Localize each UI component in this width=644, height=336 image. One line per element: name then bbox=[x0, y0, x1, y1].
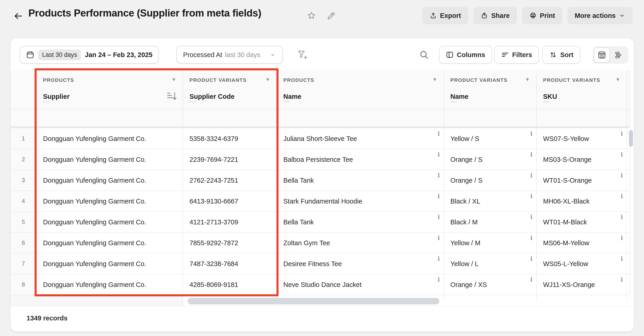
column-header-sku[interactable]: PRODUCT VARIANTS ▼ SKU bbox=[537, 70, 627, 109]
cell-supplier-code[interactable]: 2762-2243-7251 bbox=[183, 170, 277, 191]
cell-supplier-code[interactable]: 7487-3238-7684 bbox=[183, 253, 277, 274]
filter-cell-sku[interactable] bbox=[537, 110, 627, 126]
info-icon[interactable]: i bbox=[438, 172, 440, 178]
export-button[interactable]: Export bbox=[422, 7, 468, 24]
cell-text: Dongguan Yufengling Garment Co. bbox=[43, 239, 146, 247]
column-menu-caret-icon[interactable]: ▼ bbox=[172, 77, 176, 82]
column-menu-caret-icon[interactable]: ▼ bbox=[616, 77, 620, 82]
cell-supplier[interactable]: Dongguan Yufengling Garment Co. bbox=[36, 212, 183, 232]
cell-supplier[interactable]: Dongguan Yufengling Garment Co. bbox=[36, 191, 183, 211]
info-icon[interactable]: i bbox=[621, 214, 623, 220]
info-icon[interactable]: i bbox=[530, 151, 532, 157]
cell-variant-name[interactable]: Orange / Si bbox=[444, 170, 537, 191]
column-header-variant-name[interactable]: PRODUCT VARIANTS ▼ Name bbox=[444, 70, 537, 109]
vertical-scrollbar[interactable] bbox=[629, 130, 633, 147]
info-icon[interactable]: i bbox=[438, 214, 440, 220]
cell-variant-name[interactable]: Yellow / Mi bbox=[444, 233, 537, 253]
cell-product-name[interactable]: Neve Studio Dance Jacketi bbox=[277, 274, 444, 295]
cell-variant-name[interactable]: Yellow / Si bbox=[444, 128, 537, 149]
cell-supplier-code[interactable]: 4121-2713-3709 bbox=[183, 212, 277, 232]
info-icon[interactable]: i bbox=[438, 277, 440, 283]
info-icon[interactable]: i bbox=[530, 214, 532, 220]
cell-variant-name[interactable]: Orange / XSi bbox=[444, 274, 537, 295]
cell-product-name[interactable]: Balboa Persistence Teei bbox=[277, 149, 444, 170]
cell-sku[interactable]: MH06-XL-Blacki bbox=[537, 191, 627, 211]
cell-supplier[interactable]: Dongguan Yufengling Garment Co. bbox=[36, 274, 183, 295]
info-icon[interactable]: i bbox=[621, 172, 623, 178]
filters-button[interactable]: Filters bbox=[494, 46, 539, 64]
cell-sku[interactable]: WT01-S-Orangei bbox=[537, 170, 627, 191]
cell-sku[interactable]: WJ11-XS-Orangei bbox=[537, 274, 627, 295]
info-icon[interactable]: i bbox=[438, 235, 440, 241]
cell-product-name[interactable]: Bella Tanki bbox=[277, 170, 444, 191]
info-icon[interactable]: i bbox=[530, 256, 532, 262]
filter-cell-supplier[interactable] bbox=[36, 110, 183, 126]
cell-sku[interactable]: WS05-L-Yellowi bbox=[537, 253, 627, 274]
table-view-toggle[interactable] bbox=[594, 47, 610, 63]
column-menu-caret-icon[interactable]: ▼ bbox=[432, 77, 437, 82]
info-icon[interactable]: i bbox=[621, 151, 623, 157]
cell-product-name[interactable]: Bella Tanki bbox=[277, 212, 444, 232]
share-button[interactable]: Share bbox=[473, 7, 517, 24]
cell-product-name[interactable]: Zoltan Gym Teei bbox=[277, 233, 444, 253]
info-icon[interactable]: i bbox=[621, 235, 623, 241]
date-range-picker[interactable]: Last 30 days Jan 24 – Feb 23, 2025 bbox=[20, 46, 159, 64]
back-button[interactable] bbox=[13, 11, 24, 22]
filter-cell-variant-name[interactable] bbox=[444, 110, 537, 126]
filter-cell-product-name[interactable] bbox=[277, 110, 444, 126]
cell-supplier[interactable]: Dongguan Yufengling Garment Co. bbox=[36, 128, 183, 149]
cell-product-name[interactable]: Desiree Fitness Teei bbox=[277, 253, 444, 274]
print-button[interactable]: Print bbox=[522, 7, 562, 24]
info-icon[interactable]: i bbox=[530, 131, 532, 137]
cell-supplier[interactable]: Dongguan Yufengling Garment Co. bbox=[36, 253, 183, 274]
info-icon[interactable]: i bbox=[621, 256, 623, 262]
cell-sku[interactable]: MS06-M-Yellowi bbox=[537, 233, 627, 253]
rename-button[interactable] bbox=[326, 11, 335, 20]
cell-variant-name[interactable]: Black / XLi bbox=[444, 191, 537, 211]
record-view-toggle[interactable] bbox=[610, 47, 626, 63]
cell-sku[interactable]: MS03-S-Orangei bbox=[537, 149, 627, 170]
cell-supplier-code[interactable]: 7855-9292-7872 bbox=[183, 233, 277, 253]
cell-supplier-code[interactable]: 5358-3324-6379 bbox=[183, 128, 277, 149]
cell-supplier-code[interactable]: 4285-8069-9181 bbox=[183, 274, 277, 295]
cell-product-name[interactable]: Juliana Short-Sleeve Teei bbox=[277, 128, 444, 149]
cell-supplier-code[interactable]: 2239-7694-7221 bbox=[183, 149, 277, 170]
info-icon[interactable]: i bbox=[621, 131, 623, 137]
info-icon[interactable]: i bbox=[530, 235, 532, 241]
cell-sku[interactable]: WT01-M-Blacki bbox=[537, 212, 627, 232]
column-menu-caret-icon[interactable]: ▼ bbox=[525, 77, 530, 82]
info-icon[interactable]: i bbox=[621, 277, 623, 283]
horizontal-scrollbar[interactable] bbox=[188, 298, 440, 304]
info-icon[interactable]: i bbox=[530, 172, 532, 178]
processed-at-field: Processed At bbox=[183, 51, 222, 59]
columns-button[interactable]: Columns bbox=[439, 46, 492, 64]
add-filter-button[interactable] bbox=[297, 50, 308, 60]
info-icon[interactable]: i bbox=[438, 151, 440, 157]
info-icon[interactable]: i bbox=[438, 256, 440, 262]
column-header-supplier-code[interactable]: PRODUCT VARIANTS ▼ Supplier Code bbox=[183, 70, 277, 109]
processed-at-select[interactable]: Processed At last 30 days bbox=[176, 46, 283, 64]
cell-variant-name[interactable]: Yellow / Li bbox=[444, 253, 537, 274]
cell-supplier[interactable]: Dongguan Yufengling Garment Co. bbox=[36, 149, 183, 170]
info-icon[interactable]: i bbox=[530, 277, 532, 283]
filter-cell-supplier-code[interactable] bbox=[183, 110, 277, 126]
cell-sku[interactable]: WS07-S-Yellowi bbox=[537, 128, 627, 149]
search-button[interactable] bbox=[419, 50, 429, 60]
more-actions-button[interactable]: More actions bbox=[567, 7, 632, 24]
cell-variant-name[interactable]: Black / Mi bbox=[444, 212, 537, 232]
cell-supplier[interactable]: Dongguan Yufengling Garment Co. bbox=[36, 233, 183, 253]
cell-product-name[interactable]: Stark Fundamental Hoodiei bbox=[277, 191, 444, 211]
cell-supplier[interactable]: Dongguan Yufengling Garment Co. bbox=[36, 170, 183, 191]
cell-variant-name[interactable]: Orange / Si bbox=[444, 149, 537, 170]
cell-supplier-code[interactable]: 6413-9130-6667 bbox=[183, 191, 277, 211]
info-icon[interactable]: i bbox=[621, 193, 623, 199]
column-header-product-name[interactable]: PRODUCTS ▼ Name bbox=[277, 70, 444, 109]
column-menu-caret-icon[interactable]: ▼ bbox=[265, 77, 270, 82]
info-icon[interactable]: i bbox=[438, 131, 440, 137]
info-icon[interactable]: i bbox=[530, 193, 532, 199]
column-header-supplier[interactable]: PRODUCTS ▼ Supplier bbox=[36, 70, 183, 109]
sort-button[interactable]: Sort bbox=[542, 46, 580, 64]
favorite-button[interactable] bbox=[307, 11, 316, 20]
info-icon[interactable]: i bbox=[438, 193, 440, 199]
cell-text: WS05-L-Yellow bbox=[543, 260, 588, 267]
